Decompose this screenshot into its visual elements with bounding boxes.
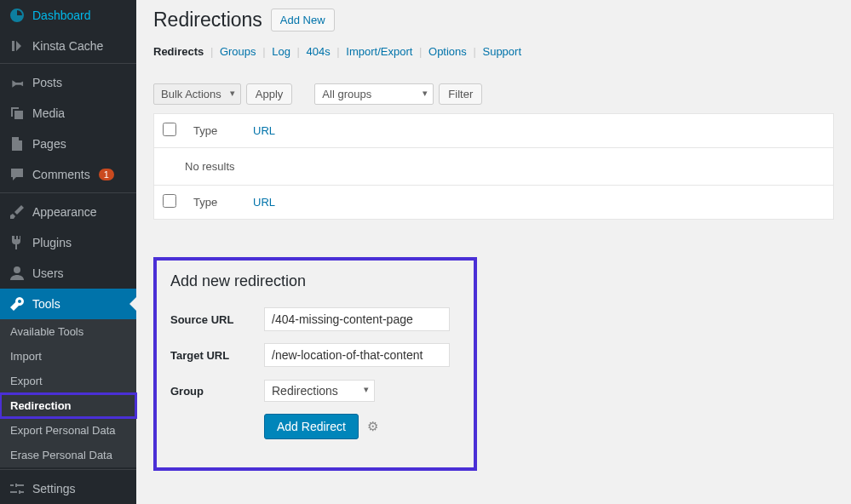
tab-redirects[interactable]: Redirects bbox=[153, 45, 204, 58]
submenu-available-tools[interactable]: Available Tools bbox=[0, 319, 136, 344]
col-type-header: Type bbox=[185, 114, 244, 148]
sidebar-item-tools[interactable]: Tools bbox=[0, 289, 136, 319]
svg-point-0 bbox=[14, 266, 20, 273]
sidebar-item-media[interactable]: Media bbox=[0, 98, 136, 129]
no-results-cell: No results bbox=[154, 148, 834, 186]
dashboard-icon bbox=[9, 7, 26, 24]
wrench-icon bbox=[9, 295, 26, 312]
sidebar-item-comments[interactable]: Comments 1 bbox=[0, 159, 136, 190]
sidebar-label: Kinsta Cache bbox=[32, 39, 103, 53]
group-label: Group bbox=[170, 385, 264, 398]
sidebar-label: Settings bbox=[32, 482, 76, 495]
sidebar-label: Dashboard bbox=[32, 9, 91, 22]
tab-groups[interactable]: Groups bbox=[220, 45, 256, 58]
source-url-label: Source URL bbox=[170, 313, 264, 326]
brush-icon bbox=[9, 203, 26, 220]
add-redirect-button[interactable]: Add Redirect bbox=[264, 414, 359, 439]
sidebar-item-plugins[interactable]: Plugins bbox=[0, 227, 136, 258]
sidebar-label: Posts bbox=[32, 76, 62, 89]
tab-nav: Redirects | Groups | Log | 404s | Import… bbox=[153, 45, 834, 58]
submenu-export[interactable]: Export bbox=[0, 369, 136, 393]
sidebar-label: Media bbox=[32, 106, 65, 120]
target-url-label: Target URL bbox=[170, 349, 264, 362]
submenu-export-personal-data[interactable]: Export Personal Data bbox=[0, 418, 136, 443]
col-url-footer[interactable]: URL bbox=[253, 196, 275, 209]
plug-icon bbox=[9, 234, 26, 251]
add-new-button[interactable]: Add New bbox=[271, 9, 335, 32]
apply-button[interactable]: Apply bbox=[246, 83, 293, 105]
tab-log[interactable]: Log bbox=[272, 45, 290, 58]
sidebar-label: Tools bbox=[32, 297, 60, 311]
comments-badge: 1 bbox=[99, 169, 114, 180]
page-header: Redirections Add New bbox=[153, 9, 834, 32]
target-url-input[interactable] bbox=[264, 343, 450, 367]
media-icon bbox=[9, 105, 26, 122]
select-all-checkbox[interactable] bbox=[163, 123, 176, 136]
group-filter-select[interactable]: All groups bbox=[314, 83, 434, 105]
kinsta-icon bbox=[9, 37, 26, 54]
sidebar-item-kinsta-cache[interactable]: Kinsta Cache bbox=[0, 31, 136, 61]
add-redirection-form: Add new redirection Source URL Target UR… bbox=[153, 257, 477, 471]
menu-separator bbox=[0, 190, 136, 192]
actions-row: Bulk Actions Apply All groups Filter bbox=[153, 83, 834, 105]
page-title: Redirections bbox=[153, 9, 262, 32]
submenu-import[interactable]: Import bbox=[0, 344, 136, 369]
sidebar-item-appearance[interactable]: Appearance bbox=[0, 197, 136, 227]
sidebar-label: Plugins bbox=[32, 236, 72, 249]
sidebar-item-pages[interactable]: Pages bbox=[0, 129, 136, 159]
comment-icon bbox=[9, 166, 26, 183]
sidebar-item-posts[interactable]: Posts bbox=[0, 67, 136, 98]
tab-options[interactable]: Options bbox=[428, 45, 467, 58]
sidebar-item-users[interactable]: Users bbox=[0, 258, 136, 289]
sidebar-item-settings[interactable]: Settings bbox=[0, 473, 136, 504]
filter-button[interactable]: Filter bbox=[439, 83, 482, 105]
col-type-footer: Type bbox=[185, 186, 244, 220]
menu-separator bbox=[0, 467, 136, 470]
source-url-input[interactable] bbox=[264, 307, 450, 331]
bulk-actions-select[interactable]: Bulk Actions bbox=[153, 83, 241, 105]
admin-sidebar: Dashboard Kinsta Cache Posts Media Pages… bbox=[0, 0, 136, 504]
sidebar-label: Comments bbox=[32, 168, 90, 181]
menu-separator bbox=[0, 61, 136, 64]
form-heading: Add new redirection bbox=[170, 272, 460, 290]
submenu-redirection[interactable]: Redirection bbox=[0, 393, 136, 418]
select-all-checkbox-bottom[interactable] bbox=[163, 194, 176, 208]
pin-icon bbox=[9, 74, 26, 91]
main-content: Redirections Add New Redirects | Groups … bbox=[136, 0, 851, 504]
col-url-header[interactable]: URL bbox=[253, 124, 275, 137]
sidebar-label: Appearance bbox=[32, 205, 97, 219]
tab-import-export[interactable]: Import/Export bbox=[346, 45, 412, 58]
tab-404s[interactable]: 404s bbox=[307, 45, 331, 58]
redirects-table: Type URL No results Type URL bbox=[153, 113, 834, 220]
sidebar-label: Pages bbox=[32, 137, 66, 151]
user-icon bbox=[9, 265, 26, 282]
sidebar-label: Users bbox=[32, 266, 64, 280]
group-select[interactable]: Redirections bbox=[264, 380, 375, 402]
submenu-erase-personal-data[interactable]: Erase Personal Data bbox=[0, 443, 136, 467]
sidebar-item-dashboard[interactable]: Dashboard bbox=[0, 0, 136, 31]
gear-icon[interactable]: ⚙ bbox=[367, 419, 378, 433]
pages-icon bbox=[9, 135, 26, 152]
tools-submenu: Available Tools Import Export Redirectio… bbox=[0, 319, 136, 467]
sliders-icon bbox=[9, 480, 26, 497]
tab-support[interactable]: Support bbox=[482, 45, 521, 58]
